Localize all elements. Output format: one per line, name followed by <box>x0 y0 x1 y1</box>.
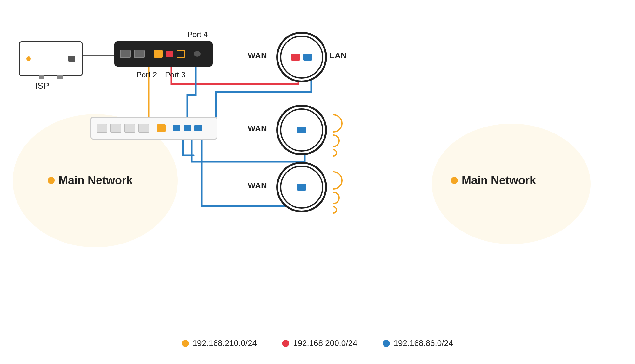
wifi-arc-bot-2 <box>324 189 343 207</box>
isp-modem <box>19 41 83 76</box>
wifi-arc-1 <box>328 147 339 158</box>
router-top-lan-label: LAN <box>330 51 346 61</box>
router-bot-wifi <box>330 171 343 214</box>
main-network-left-dot <box>48 177 55 184</box>
switch-light-port-blue-2 <box>184 125 191 131</box>
switch-port-red <box>166 51 173 57</box>
isp-foot-right <box>57 75 63 79</box>
router-bot-wan-label: WAN <box>248 181 267 191</box>
switch-port-small <box>194 51 201 57</box>
router-top-wan-label: WAN <box>248 51 267 61</box>
legend-dot-blue <box>383 340 390 347</box>
router-mid-wan-label: WAN <box>248 124 267 133</box>
legend-item-yellow: 192.168.210.0/24 <box>182 338 257 348</box>
router-bot: WAN <box>276 162 327 212</box>
legend-text-blue: 192.168.86.0/24 <box>393 338 453 348</box>
isp-indicator-dot <box>26 56 31 61</box>
switch-port-orange-outline <box>177 50 185 58</box>
switch-port-gray-2 <box>134 50 145 58</box>
isp-foot-left <box>39 75 44 79</box>
router-mid: WAN <box>276 105 327 155</box>
router-top-wan-port <box>291 54 300 61</box>
wifi-arc-bot-1 <box>328 205 339 215</box>
main-network-left: Main Network <box>48 174 133 187</box>
switch-light-port-blue-3 <box>194 125 202 131</box>
switch-light <box>90 117 217 140</box>
main-network-left-text: Main Network <box>58 174 133 187</box>
router-mid-wan-port <box>297 127 306 133</box>
switch-port-yellow <box>154 50 163 58</box>
router-top-lan-port <box>303 54 312 61</box>
isp-label: ISP <box>35 81 49 91</box>
switch-light-port-2 <box>110 124 121 133</box>
router-bot-wan-port <box>297 184 306 191</box>
router-mid-wifi <box>330 114 343 157</box>
legend-dot-red <box>282 340 289 347</box>
main-network-right-dot <box>451 177 458 184</box>
legend-item-red: 192.168.200.0/24 <box>282 338 357 348</box>
switch-light-port-yellow <box>157 124 166 132</box>
legend-item-blue: 192.168.86.0/24 <box>383 338 453 348</box>
switch-dark <box>114 41 213 67</box>
legend-dot-yellow <box>182 340 189 347</box>
wifi-arc-2 <box>324 132 343 150</box>
legend-text-red: 192.168.200.0/24 <box>293 338 357 348</box>
switch-light-port-3 <box>124 124 135 133</box>
isp-port <box>68 56 75 62</box>
switch-light-port-1 <box>97 124 107 133</box>
switch-port-gray-1 <box>120 50 131 58</box>
switch-light-port-blue-1 <box>173 125 180 131</box>
port2-label: Port 2 <box>137 70 157 79</box>
port3-label: Port 3 <box>165 70 185 79</box>
legend-text-yellow: 192.168.210.0/24 <box>193 338 257 348</box>
switch-light-port-4 <box>138 124 149 133</box>
router-top: WAN LAN <box>276 32 327 82</box>
port4-label: Port 4 <box>187 30 208 39</box>
main-network-right-text: Main Network <box>462 174 536 187</box>
main-network-right: Main Network <box>451 174 536 187</box>
legend: 192.168.210.0/24 192.168.200.0/24 192.16… <box>182 338 453 348</box>
